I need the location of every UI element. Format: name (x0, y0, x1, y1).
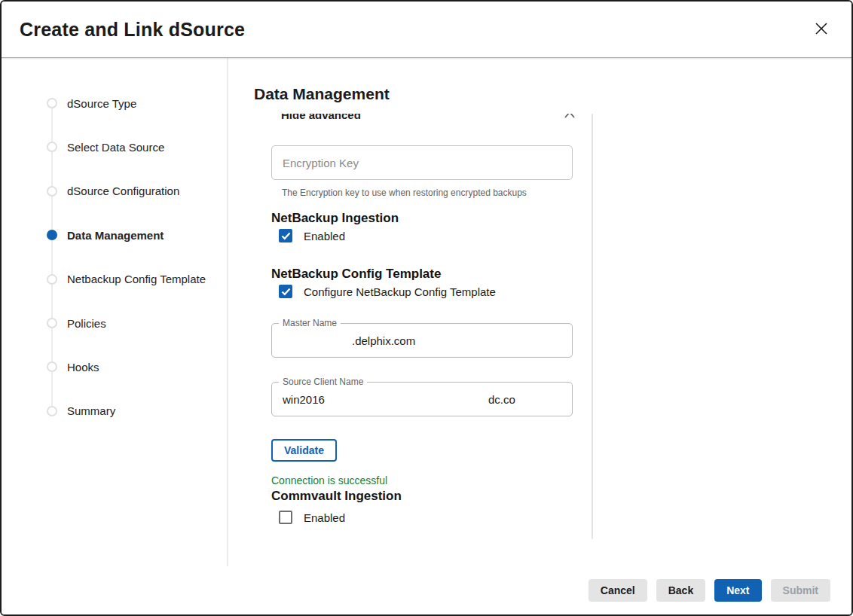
connection-status-message: Connection is successful (271, 474, 387, 486)
master-name-value: .delphix.com (272, 334, 415, 347)
page-title: Data Management (254, 85, 390, 103)
step-label: dSource Type (67, 97, 136, 110)
close-icon (813, 20, 830, 39)
stepper-step-data-management[interactable]: Data Management (2, 227, 227, 242)
source-client-name-field[interactable]: Source Client Name win2016 dc.co (271, 382, 573, 416)
step-label: Summary (67, 404, 115, 417)
hide-advanced-label: Hide advanced (281, 114, 361, 121)
stepper-step-dsource-configuration[interactable]: dSource Configuration (2, 184, 227, 199)
step-label: Hooks (67, 361, 99, 374)
stepper-step-netbackup-config-template[interactable]: Netbackup Config Template (2, 272, 227, 287)
stepper-step-select-data-source[interactable]: Select Data Source (2, 139, 227, 154)
dialog-body: dSource TypeSelect Data SourcedSource Co… (2, 58, 851, 566)
netbackup-config-template-heading: NetBackup Config Template (271, 267, 441, 282)
step-circle-icon (47, 406, 57, 416)
commvault-ingestion-heading: Commvault Ingestion (271, 489, 402, 504)
back-button[interactable]: Back (656, 579, 705, 602)
encryption-key-input[interactable] (271, 145, 573, 180)
stepper-step-hooks[interactable]: Hooks (2, 359, 227, 374)
create-and-link-dsource-dialog: Create and Link dSource dSource TypeSele… (0, 0, 853, 616)
stepper-step-dsource-type[interactable]: dSource Type (2, 96, 227, 111)
netbackup-enabled-checkbox-row[interactable]: Enabled (279, 229, 345, 242)
step-content: Data Management Hide advanced The Encryp… (228, 58, 851, 566)
step-circle-icon (47, 361, 57, 372)
checkbox-icon[interactable] (279, 285, 292, 298)
next-button[interactable]: Next (714, 579, 761, 602)
master-name-field[interactable]: Master Name .delphix.com (271, 323, 573, 358)
dialog-footer: Cancel Back Next Submit (2, 566, 851, 614)
step-circle-icon (47, 142, 57, 152)
netbackup-enabled-label: Enabled (304, 230, 345, 242)
wizard-stepper: dSource TypeSelect Data SourcedSource Co… (2, 58, 228, 566)
validate-button[interactable]: Validate (271, 439, 337, 462)
step-label: Netbackup Config Template (67, 273, 206, 285)
step-label: dSource Configuration (67, 184, 179, 197)
encryption-key-helper-text: The Encryption key to use when restoring… (282, 188, 527, 198)
submit-button[interactable]: Submit (771, 579, 830, 602)
configure-template-label: Configure NetBackup Config Template (304, 285, 496, 298)
dialog-header: Create and Link dSource (2, 2, 851, 58)
commvault-enabled-label: Enabled (304, 511, 345, 524)
checkbox-icon[interactable] (279, 229, 292, 242)
chevron-up-icon (564, 114, 576, 122)
step-label: Policies (67, 317, 106, 330)
hide-advanced-toggle[interactable]: Hide advanced (281, 114, 576, 122)
step-circle-icon (47, 274, 57, 285)
checkbox-icon[interactable] (279, 511, 292, 524)
stepper-step-policies[interactable]: Policies (2, 316, 227, 331)
step-circle-icon (47, 318, 57, 328)
step-label: Data Management (67, 229, 164, 242)
master-name-label: Master Name (279, 318, 341, 328)
step-circle-icon (47, 98, 57, 108)
source-client-name-value: win2016 (272, 393, 325, 406)
source-client-name-label: Source Client Name (279, 377, 367, 387)
close-button[interactable] (811, 19, 832, 40)
step-circle-icon (47, 186, 57, 197)
netbackup-ingestion-heading: NetBackup Ingestion (271, 211, 399, 226)
stepper-step-summary[interactable]: Summary (2, 404, 227, 419)
commvault-enabled-checkbox-row[interactable]: Enabled (279, 511, 345, 524)
source-client-domain-value: dc.co (488, 393, 515, 406)
vertical-scrollbar[interactable] (592, 114, 593, 539)
form-scroll-area[interactable]: Hide advanced The Encryption key to use … (271, 114, 593, 539)
step-circle-icon (47, 230, 57, 240)
cancel-button[interactable]: Cancel (589, 579, 647, 602)
step-label: Select Data Source (67, 141, 164, 154)
dialog-title: Create and Link dSource (20, 19, 245, 41)
configure-template-checkbox-row[interactable]: Configure NetBackup Config Template (279, 285, 496, 298)
